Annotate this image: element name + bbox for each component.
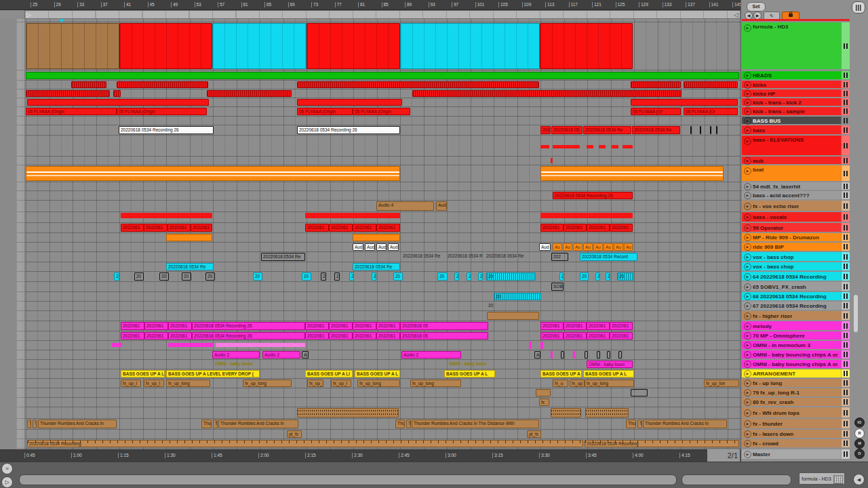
- clip[interactable]: Au: [604, 243, 613, 251]
- clip[interactable]: 20220618 05: [400, 332, 488, 340]
- clip[interactable]: 20: [205, 272, 215, 281]
- track-play-icon[interactable]: ▶: [744, 183, 751, 190]
- insert-marker-top-icon[interactable]: [59, 19, 64, 23]
- clip[interactable]: [540, 145, 549, 148]
- clip[interactable]: 20220618 0534 Recording 26: [192, 322, 305, 330]
- clip[interactable]: [631, 81, 681, 88]
- clip[interactable]: BASS GOES UP A LEVEL EVERY DROP (: [166, 370, 260, 378]
- clip[interactable]: 20220618 0534 Re: [583, 126, 631, 134]
- clip[interactable]: [216, 343, 305, 347]
- clip[interactable]: 20: [617, 272, 634, 281]
- clip[interactable]: Thunder Rumbles And Cracks In: [643, 420, 727, 428]
- track-header[interactable]: ▶54 mdt_fx_laserhit: [742, 182, 850, 190]
- clip[interactable]: 05 FLYAAA (Origin: [26, 108, 117, 115]
- clip[interactable]: 2022061: [191, 224, 212, 232]
- clip[interactable]: 05 FLYAAA (Origin: [117, 108, 207, 115]
- clip[interactable]: [26, 23, 119, 69]
- clip[interactable]: [599, 145, 606, 148]
- track-play-icon[interactable]: ▶: [744, 24, 751, 32]
- clip[interactable]: Au: [573, 243, 583, 251]
- track-header[interactable]: ▶bass - ELEVATIONS: [742, 136, 850, 155]
- clip[interactable]: Au: [624, 243, 633, 251]
- track-play-icon[interactable]: ▶: [744, 302, 751, 310]
- track-play-icon[interactable]: ▶: [744, 192, 751, 199]
- track-header[interactable]: ▶melody: [742, 321, 850, 330]
- clip[interactable]: [119, 23, 212, 69]
- clip[interactable]: [573, 351, 575, 359]
- clip[interactable]: 05 FLYAAA (Origin: [353, 108, 410, 115]
- track-header[interactable]: ▶fx - lasers down: [742, 430, 850, 438]
- track-header[interactable]: ▶66 20220618 0534 Recording: [742, 292, 850, 300]
- clip[interactable]: 2022061: [167, 224, 191, 232]
- track-play-icon[interactable]: ▶: [744, 167, 751, 175]
- track-play-icon[interactable]: ▶: [744, 117, 751, 125]
- clip[interactable]: BASS GOES UP A: [540, 370, 582, 378]
- clip[interactable]: 20: [580, 272, 589, 281]
- track-play-icon[interactable]: ▶: [744, 361, 751, 368]
- clip[interactable]: fx_up_long: [585, 380, 634, 387]
- clip[interactable]: T: [406, 420, 411, 428]
- clip[interactable]: 20220618 0534 Recording 26: [553, 192, 633, 199]
- clip[interactable]: 2022061: [168, 332, 192, 340]
- track-play-icon[interactable]: ▶: [744, 399, 751, 406]
- track-header[interactable]: ▶OMNI - baby bouncing chips A osc: [742, 360, 850, 368]
- track-header[interactable]: ▶79 fx_up_long R-1: [742, 388, 850, 396]
- clip[interactable]: BASS GOES UP A LI: [305, 370, 353, 378]
- clip[interactable]: 2022061: [376, 332, 400, 340]
- track-play-icon[interactable]: ▶: [744, 127, 751, 134]
- track-header[interactable]: ▶fx - vox echo riser: [742, 201, 850, 211]
- clip[interactable]: 20220618 0534 Re: [446, 253, 483, 261]
- track-header[interactable]: ▶80 fx_rev_crash: [742, 398, 850, 406]
- clip[interactable]: 2022061: [540, 224, 564, 232]
- track-header[interactable]: ▶65 SOBV1_FX_crash: [742, 282, 850, 291]
- clip[interactable]: 20220618 0534 Recording: [27, 440, 583, 447]
- clip[interactable]: 20: [393, 272, 403, 281]
- clip[interactable]: Audio 2: [212, 351, 260, 359]
- track-header[interactable]: ▶70 MP - Omnisphere: [742, 331, 850, 340]
- panel-toggle-r-button[interactable]: R: [854, 428, 865, 439]
- clip[interactable]: T: [637, 420, 642, 428]
- clip[interactable]: fx_up_l: [121, 380, 141, 387]
- track-play-icon[interactable]: ▶: [744, 90, 751, 98]
- track-play-icon[interactable]: ▶: [744, 81, 751, 89]
- clip[interactable]: [716, 126, 717, 134]
- clip[interactable]: [27, 99, 209, 106]
- clip[interactable]: 20: [302, 272, 311, 281]
- quick-chooser[interactable]: formula - HD3: [799, 472, 845, 485]
- clip[interactable]: [307, 23, 400, 69]
- clip[interactable]: Aud: [376, 243, 387, 251]
- clip[interactable]: 2022061: [121, 322, 144, 330]
- clip[interactable]: BASS GOES UP A L: [355, 370, 400, 378]
- clip[interactable]: [551, 351, 553, 359]
- clip[interactable]: fx_u: [553, 380, 568, 387]
- clip[interactable]: T: [33, 420, 37, 428]
- clip[interactable]: T: [213, 420, 218, 428]
- clip[interactable]: 20: [486, 272, 536, 281]
- clip[interactable]: fx: [539, 399, 549, 406]
- play-circle-button[interactable]: ▷: [1, 476, 13, 488]
- clip[interactable]: 2: [606, 272, 610, 281]
- track-play-icon[interactable]: ▶: [744, 273, 751, 281]
- clip[interactable]: Aud: [539, 243, 551, 251]
- clip[interactable]: [585, 408, 629, 418]
- clip[interactable]: Thu: [395, 420, 405, 428]
- clip[interactable]: [121, 213, 212, 218]
- track-header[interactable]: ▶67 20220618 0534 Recording: [742, 302, 850, 310]
- track-header[interactable]: ▶fx - crowd: [742, 439, 850, 447]
- status-field-2[interactable]: [682, 474, 791, 485]
- clip[interactable]: fx_up_long: [166, 380, 210, 387]
- track-header[interactable]: ▶vox - bass chop: [742, 252, 850, 261]
- track-play-icon[interactable]: ▶: [744, 157, 751, 165]
- clip[interactable]: 20220618 0534 Re: [401, 253, 444, 261]
- track-header[interactable]: ▶ARRANGEMENT: [742, 369, 850, 378]
- clip[interactable]: Aud: [436, 201, 447, 211]
- time-signature-box[interactable]: 2/1: [707, 449, 740, 462]
- track-play-icon[interactable]: ▶: [744, 323, 751, 330]
- track-header[interactable]: ▶beat: [742, 165, 850, 181]
- track-play-icon[interactable]: ▶: [744, 72, 751, 79]
- track-play-icon[interactable]: ▶: [744, 389, 751, 396]
- clip[interactable]: fx_up_l: [307, 380, 323, 387]
- clip[interactable]: [631, 99, 738, 106]
- clip[interactable]: [26, 166, 400, 181]
- clip[interactable]: fx_up_l: [331, 380, 351, 387]
